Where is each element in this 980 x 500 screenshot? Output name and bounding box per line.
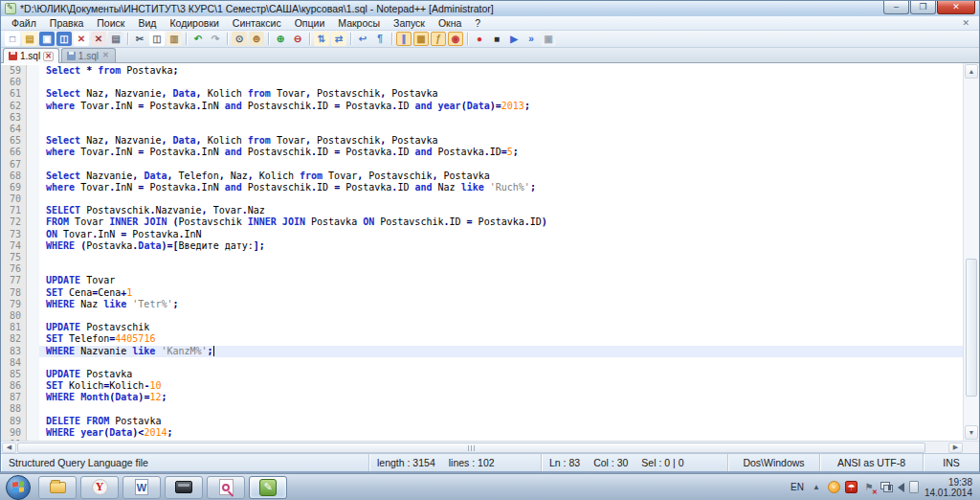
menu-файл[interactable]: Файл xyxy=(5,17,43,29)
open-folder-icon[interactable]: ▤ xyxy=(22,32,37,46)
undo-icon[interactable]: ↶ xyxy=(190,32,206,46)
language-indicator[interactable]: EN xyxy=(791,482,804,492)
find-icon[interactable]: ⊙ xyxy=(232,32,247,46)
code-line[interactable]: 74WHERE (Postavka.Data)=[Введите дату:]; xyxy=(1,240,963,252)
restore-button[interactable]: ❐ xyxy=(910,1,936,14)
menu-синтаксис[interactable]: Синтаксис xyxy=(226,17,288,29)
vertical-scrollbar[interactable]: ▲ ▼ xyxy=(963,63,979,441)
menu-правка[interactable]: Правка xyxy=(43,17,90,29)
scroll-left-arrow-icon[interactable]: ◀ xyxy=(2,443,16,453)
close-button[interactable]: ✕ xyxy=(937,1,975,14)
code-line[interactable]: 88 xyxy=(1,403,963,415)
stop-macro-icon[interactable]: ■ xyxy=(489,32,504,46)
zoom-in-icon[interactable]: ⊕ xyxy=(273,32,288,46)
code-line[interactable]: 85UPDATE Postavka xyxy=(1,369,963,380)
close-all-files-icon[interactable]: ✕ xyxy=(91,32,106,46)
menu-кодировки[interactable]: Кодировки xyxy=(163,17,225,29)
zoom-out-icon[interactable]: ⊖ xyxy=(290,32,305,46)
code-line[interactable]: 82SET Telefon=4405716 xyxy=(1,333,963,345)
code-line[interactable]: 66where Tovar.InN = Postavka.InN and Pos… xyxy=(1,147,963,158)
menu-макросы[interactable]: Макросы xyxy=(331,17,387,29)
taskbar-button-yandex-browser[interactable]: Y xyxy=(80,476,119,499)
minimize-button[interactable]: – xyxy=(883,1,909,14)
scroll-right-arrow-icon[interactable]: ▶ xyxy=(948,443,963,453)
copy-icon[interactable]: ◫ xyxy=(149,32,165,46)
code-line[interactable]: 65Select Naz, Nazvanie, Data, Kolich fro… xyxy=(1,135,963,147)
sync-scroll-vertical-icon[interactable]: ⇅ xyxy=(314,32,329,46)
menu-поиск[interactable]: Поиск xyxy=(90,17,131,29)
status-encoding[interactable]: ANSI as UTF-8 xyxy=(820,454,924,471)
print-icon[interactable]: ▤ xyxy=(108,32,123,46)
vertical-scroll-track[interactable] xyxy=(964,80,979,424)
tab-close-icon[interactable]: ✕ xyxy=(101,52,110,59)
code-line[interactable]: 90WHERE year(Data)<2014; xyxy=(1,427,963,439)
menu-опции[interactable]: Опции xyxy=(288,17,332,29)
tab-close-icon[interactable]: ✕ xyxy=(43,52,54,61)
menubar-close-icon[interactable]: ✕ xyxy=(956,18,975,28)
show-all-characters-icon[interactable]: ¶ xyxy=(372,32,388,46)
document-tab-2[interactable]: 1.sql✕ xyxy=(61,48,116,62)
menu-вид[interactable]: Вид xyxy=(131,17,163,29)
scroll-up-arrow-icon[interactable]: ▲ xyxy=(965,64,978,79)
taskbar-button-file-explorer[interactable] xyxy=(38,476,77,499)
indent-guide-icon[interactable]: ∥ xyxy=(396,32,412,46)
save-file-icon[interactable]: ▣ xyxy=(39,32,55,46)
paste-icon[interactable]: ▥ xyxy=(167,32,182,46)
taskbar-button-dark-device-app[interactable] xyxy=(165,476,203,499)
code-line[interactable]: 67 xyxy=(1,159,963,170)
horizontal-scroll-thumb[interactable] xyxy=(17,443,925,453)
code-line[interactable]: 86SET Kolich=Kolich-10 xyxy=(1,380,963,392)
code-line[interactable]: 71SELECT Postavschik.Nazvanie, Tovar.Naz xyxy=(1,205,963,216)
taskbar-button-notepad-plus-plus[interactable]: ✎ xyxy=(249,476,287,499)
action-center-flag-icon[interactable]: ⚑ xyxy=(862,481,876,494)
cut-icon[interactable]: ✂ xyxy=(132,32,147,46)
show-hidden-icons-icon[interactable]: ▲ xyxy=(810,481,823,494)
code-line[interactable]: 80 xyxy=(1,310,963,322)
code-line[interactable]: 78SET Cena=Cena+1 xyxy=(1,287,963,299)
sync-scroll-horizontal-icon[interactable]: ⇄ xyxy=(331,32,346,46)
title-bar[interactable]: *D:\ЮЛИК\Документы\ИНСТИТУТ\3 КУРС\1 Сем… xyxy=(1,1,979,16)
play-macro-icon[interactable]: ▶ xyxy=(506,32,522,46)
code-line[interactable]: 76 xyxy=(1,263,963,275)
code-line[interactable]: 63 xyxy=(1,112,963,124)
editor-lines[interactable]: 59Select * from Postavka;6061Select Naz,… xyxy=(1,63,963,441)
code-line[interactable]: 89DELETE FROM Postavka xyxy=(1,416,963,427)
document-tab-1[interactable]: 1.sql✕ xyxy=(3,48,59,63)
code-line[interactable]: 84 xyxy=(1,357,963,369)
status-insert-mode[interactable]: INS xyxy=(924,454,979,471)
code-line[interactable]: 68Select Nazvanie, Data, Telefon, Naz, K… xyxy=(1,170,963,182)
update-notifier-icon[interactable]: ˅ xyxy=(828,481,840,493)
code-line[interactable]: 81UPDATE Postavschik xyxy=(1,322,963,333)
code-line[interactable]: 64 xyxy=(1,124,963,135)
clock[interactable]: 19:38 14.01.2014 xyxy=(924,477,972,498)
function-list-icon[interactable]: ƒ xyxy=(431,32,446,46)
redo-icon[interactable]: ↷ xyxy=(208,32,223,46)
code-line[interactable]: 70 xyxy=(1,193,963,205)
status-eol-format[interactable]: Dos\Windows xyxy=(728,454,820,471)
code-line[interactable]: 73ON Tovar.InN = Postavka.InN xyxy=(1,229,963,240)
menu-запуск[interactable]: Запуск xyxy=(387,17,432,29)
new-file-icon[interactable]: □ xyxy=(5,32,20,46)
menu-окна[interactable]: Окна xyxy=(432,17,468,29)
horizontal-scrollbar[interactable]: ◀ ▶ xyxy=(1,441,979,453)
code-line[interactable]: 77UPDATE Tovar xyxy=(1,275,963,286)
code-line[interactable]: 87WHERE Month(Data)=12; xyxy=(1,392,963,403)
code-line[interactable]: 60 xyxy=(1,77,963,88)
run-macro-multiple-icon[interactable]: » xyxy=(523,32,539,46)
scroll-down-arrow-icon[interactable]: ▼ xyxy=(965,425,978,440)
code-line[interactable]: 72FROM Tovar INNER JOIN (Postavschik INN… xyxy=(1,216,963,228)
close-file-icon[interactable]: ✕ xyxy=(74,32,89,46)
code-line[interactable]: 59Select * from Postavka; xyxy=(1,65,963,77)
volume-icon[interactable] xyxy=(898,483,904,492)
taskbar-button-ms-access[interactable] xyxy=(207,476,245,499)
save-all-icon[interactable]: ◫ xyxy=(56,32,72,46)
record-macro-icon[interactable]: ● xyxy=(472,32,487,46)
save-macro-icon[interactable]: ▣ xyxy=(541,32,556,46)
replace-icon[interactable]: ⊚ xyxy=(249,32,264,46)
code-line[interactable]: 61Select Naz, Nazvanie, Data, Kolich fro… xyxy=(1,88,963,100)
code-line[interactable]: 62where Tovar.InN = Postavka.InN and Pos… xyxy=(1,101,963,112)
vertical-scroll-thumb[interactable] xyxy=(966,259,977,397)
code-line[interactable]: 91 xyxy=(1,439,963,441)
menu-?[interactable]: ? xyxy=(468,17,487,29)
taskbar-button-ms-word[interactable]: W xyxy=(122,476,161,499)
